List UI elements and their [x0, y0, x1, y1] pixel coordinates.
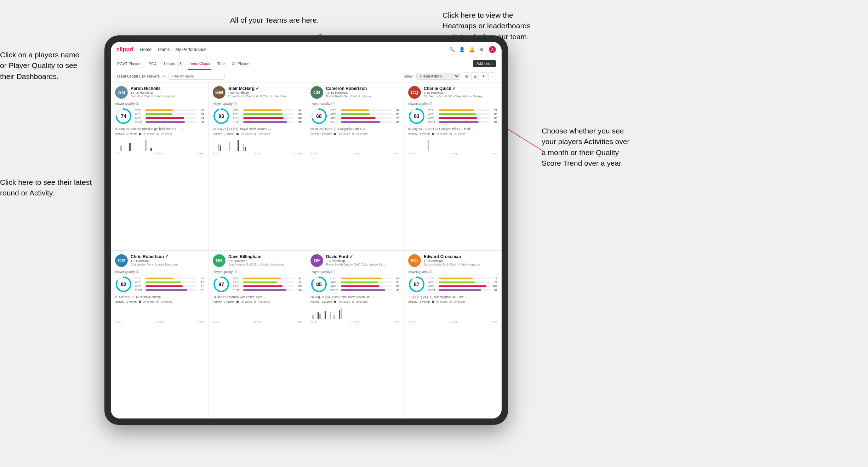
quality-circle[interactable]: 74: [115, 108, 132, 125]
player-club: Drift Golf Club, United Kingdom: [131, 95, 204, 98]
app-bar: [439, 281, 475, 283]
edit-icon[interactable]: ✏: [162, 74, 165, 78]
quality-circle[interactable]: 87: [408, 276, 425, 293]
filter-input[interactable]: [168, 73, 225, 80]
oncourse-dot: [236, 301, 239, 303]
quality-circle[interactable]: 93: [213, 108, 230, 125]
player-name[interactable]: Chris Robertson ✓: [131, 254, 204, 259]
oncourse-dot: [236, 133, 239, 135]
chart-dates: 31 Jul 21 Aug 4 Sep: [213, 152, 302, 155]
quality-label: Player Quality ⓘ: [310, 270, 399, 274]
logo: clippd: [116, 46, 133, 53]
subnav-tour[interactable]: Tour: [217, 57, 225, 70]
player-avatar: BM: [213, 86, 225, 99]
nav-performance[interactable]: My Performance: [175, 46, 206, 53]
stat-app: APP 80: [330, 281, 399, 284]
arg-bar: [145, 117, 184, 119]
offcourse-dot: [254, 133, 256, 135]
quality-score: 74: [121, 113, 126, 119]
mini-chart: 31 Jul 21 Aug 4 Sep: [115, 136, 204, 155]
players-name-annotation: Click on a players nameor Player Quality…: [0, 50, 79, 82]
player-name[interactable]: Edward Crossman: [424, 254, 497, 259]
team-title: Team Clippd | 14 Players: [116, 74, 160, 78]
round-arrow: →: [473, 127, 477, 131]
quality-circle[interactable]: 87: [213, 276, 230, 293]
latest-round[interactable]: 26 Aug 23 | 84 (+12), Royal North Devon …: [310, 295, 399, 299]
sort-button[interactable]: ↕: [488, 72, 496, 80]
activity-legend: On course Off course: [334, 301, 367, 303]
subnav-pgat[interactable]: PGAT Players: [116, 57, 142, 70]
settings-icon[interactable]: ⚙: [479, 47, 485, 52]
filter-button[interactable]: ▼: [480, 72, 487, 80]
latest-round[interactable]: 04 Sep 23 | Mobility with coach, Gym →: [213, 295, 302, 299]
quality-circle[interactable]: 85: [310, 276, 327, 293]
latest-round[interactable]: 02 Jul 23 | 59 (+17), Craigmillar Park G…: [310, 127, 399, 131]
latest-round[interactable]: 18 Jul 23 | 74 (+4), Sunningdale GC - Ol…: [408, 295, 497, 299]
quality-label: Player Quality ⓘ: [408, 102, 497, 106]
bell-icon[interactable]: 🔔: [469, 47, 475, 52]
avatar-icon[interactable]: A: [489, 46, 496, 53]
player-handicap: 11-15 Handicap: [326, 91, 399, 95]
offcourse-label: Off course: [161, 301, 172, 303]
latest-round[interactable]: 07 Aug 23 | 77 (+7), St George's Hill GC…: [408, 127, 497, 131]
nav-teams[interactable]: Teams: [157, 46, 170, 53]
activity-section: Activity · 1 Month On course Off course …: [408, 300, 497, 323]
stat-ott: OTT 84: [233, 109, 302, 112]
stat-app: APP 77: [135, 281, 204, 284]
player-name[interactable]: David Ford ✓: [326, 254, 399, 259]
player-card: AN Aaron Nicholls 11-15 Handicap Drift G…: [111, 82, 209, 251]
activity-legend: On course Off course: [139, 301, 172, 303]
activity-section: Activity · 1 Month On course Off course …: [115, 132, 204, 155]
quality-circle[interactable]: 82: [115, 276, 132, 293]
offcourse-dot: [450, 301, 452, 303]
show-select[interactable]: Player Activity Quality Score Trend: [416, 73, 460, 80]
chart-dates: 31 Jul 21 Aug 4 Sep: [115, 320, 204, 323]
quality-row: 83 OTT 77 APP 80: [408, 108, 497, 125]
player-name[interactable]: Aaron Nicholls: [131, 86, 204, 91]
subnav-pga[interactable]: PGA: [148, 57, 158, 70]
stat-arg: ARG 83: [428, 116, 497, 120]
subnav-all-players[interactable]: All Players: [232, 57, 251, 70]
activity-header: Activity · 1 Month On course Off course: [408, 300, 497, 303]
subnav-hcaps[interactable]: Hcaps 1-5: [163, 57, 182, 70]
person-icon[interactable]: 👤: [459, 47, 465, 52]
tablet-frame: clippd Home Teams My Performance 🔍 👤 🔔 ⚙…: [104, 35, 508, 425]
team-header: Team Clippd | 14 Players ✏ Show: Player …: [111, 70, 502, 82]
list-view-button[interactable]: ☰: [471, 72, 479, 80]
activity-header: Activity · 1 Month On course Off course: [310, 300, 399, 303]
arg-bar: [243, 117, 284, 119]
add-team-button[interactable]: Add Team: [473, 60, 496, 67]
latest-round[interactable]: 26 Aug 23 | 73 (+1), Royal North Devon G…: [213, 127, 302, 131]
search-icon[interactable]: 🔍: [449, 47, 455, 52]
activity-legend: On course Off course: [432, 132, 465, 135]
offcourse-dot: [352, 301, 354, 303]
offcourse-dot: [156, 301, 159, 303]
stat-ott: OTT 73: [428, 277, 497, 280]
quality-circle[interactable]: 68: [310, 108, 327, 125]
latest-round[interactable]: 05 Mar 23 | 19, Must make putting →: [115, 295, 204, 299]
latest-round[interactable]: 02 Sep 23 | Sunrise round to get back in…: [115, 127, 204, 131]
player-card: CR Chris Robertson ✓ 1-5 Handicap Craigm…: [111, 251, 209, 419]
player-name[interactable]: Dave Billingham: [228, 254, 302, 259]
player-handicap: 1-5 Handicap: [326, 259, 399, 263]
quality-score: 85: [316, 281, 322, 287]
player-name[interactable]: Charlie Quick ✓: [424, 86, 497, 91]
quality-circle[interactable]: 83: [408, 108, 425, 125]
round-arrow: →: [263, 295, 267, 299]
chart-bars: [213, 305, 302, 319]
activity-header: Activity · 1 Month On course Off course: [115, 300, 204, 303]
putt-bar: [439, 121, 479, 123]
subnav-team-clippd[interactable]: Team Clippd: [188, 57, 211, 70]
stat-ott: OTT 89: [330, 277, 399, 280]
quality-row: 93 OTT 84 APP 85: [213, 108, 302, 125]
player-name[interactable]: Cameron Robertson: [326, 86, 399, 91]
player-name[interactable]: Blair McHarg ✓: [228, 86, 302, 91]
nav-home[interactable]: Home: [140, 46, 152, 53]
chart-bars: [115, 305, 204, 319]
avatar-initials: AN: [115, 86, 128, 99]
offcourse-label: Off course: [454, 132, 465, 135]
stat-putt: PUTT 95: [233, 120, 302, 124]
activity-legend: On course Off course: [432, 301, 465, 303]
grid-view-button[interactable]: ⊞: [463, 72, 470, 80]
player-avatar: CQ: [408, 86, 421, 99]
